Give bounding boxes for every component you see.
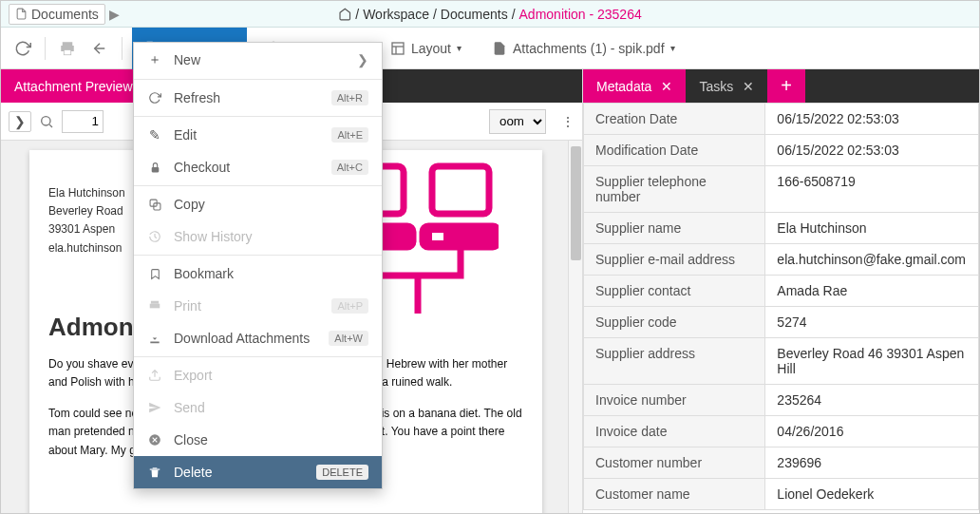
add-tab-button[interactable]: + bbox=[767, 69, 805, 103]
history-icon bbox=[147, 230, 162, 243]
zoom-select[interactable]: oom bbox=[489, 109, 546, 134]
svg-rect-15 bbox=[432, 233, 443, 240]
metadata-value: 06/15/2022 02:53:03 bbox=[765, 104, 979, 135]
breadcrumb-workspace[interactable]: Workspace bbox=[363, 7, 429, 22]
menu-checkout[interactable]: Checkout Alt+C bbox=[134, 151, 382, 183]
table-row: Supplier nameEla Hutchinson bbox=[584, 213, 979, 244]
more-icon[interactable]: ⋮ bbox=[561, 114, 575, 129]
metadata-value: 04/26/2016 bbox=[765, 416, 979, 447]
menu-edit[interactable]: ✎ Edit Alt+E bbox=[134, 119, 382, 151]
breadcrumb-documents[interactable]: Documents bbox=[441, 7, 508, 22]
chevron-down-icon: ▾ bbox=[670, 43, 675, 53]
menu-bookmark[interactable]: Bookmark bbox=[134, 257, 382, 290]
layout-dropdown[interactable]: Layout ▾ bbox=[379, 28, 473, 69]
table-row: Supplier telephone number166-6508719 bbox=[584, 166, 979, 213]
print-icon bbox=[147, 299, 162, 313]
metadata-key: Supplier name bbox=[584, 213, 765, 244]
metadata-key: Customer name bbox=[584, 479, 765, 510]
breadcrumb-current: Admonition - 235264 bbox=[519, 7, 642, 22]
vertical-scrollbar[interactable] bbox=[568, 141, 582, 513]
menu-delete[interactable]: Delete DELETE bbox=[134, 456, 382, 488]
metadata-value: 166-6508719 bbox=[765, 166, 979, 213]
layout-icon bbox=[390, 41, 405, 56]
metadata-value: 5274 bbox=[765, 307, 979, 338]
tab-tasks[interactable]: Tasks ✕ bbox=[686, 69, 767, 103]
metadata-key: Customer number bbox=[584, 447, 765, 479]
metadata-key: Supplier telephone number bbox=[584, 166, 765, 213]
topbar: Documents ▶ / Workspace / Documents / Ad… bbox=[1, 1, 979, 28]
svg-rect-21 bbox=[150, 342, 159, 344]
tab-attachment-preview[interactable]: Attachment Preview bbox=[1, 69, 146, 103]
metadata-value: 235264 bbox=[765, 385, 979, 416]
breadcrumb: / Workspace / Documents / Admonition - 2… bbox=[338, 7, 641, 22]
svg-rect-5 bbox=[392, 43, 404, 54]
svg-point-8 bbox=[42, 116, 50, 124]
svg-rect-20 bbox=[150, 304, 160, 309]
menu-copy[interactable]: Copy bbox=[134, 188, 382, 220]
back-icon[interactable] bbox=[87, 36, 112, 61]
home-icon[interactable] bbox=[338, 8, 351, 21]
chevron-right-icon[interactable]: ▶ bbox=[109, 7, 120, 22]
print-icon[interactable] bbox=[55, 36, 80, 61]
chevron-down-icon: ▾ bbox=[457, 43, 462, 53]
lock-icon bbox=[147, 162, 162, 174]
metadata-value: Amada Rae bbox=[765, 276, 979, 307]
svg-rect-2 bbox=[64, 49, 71, 54]
metadata-key: Supplier e-mail address bbox=[584, 244, 765, 276]
metadata-key: Invoice date bbox=[584, 416, 765, 447]
metadata-key: Supplier address bbox=[584, 338, 765, 385]
metadata-key: Modification Date bbox=[584, 135, 765, 166]
table-row: Modification Date06/15/2022 02:53:03 bbox=[584, 135, 979, 166]
svg-rect-0 bbox=[63, 42, 73, 46]
documents-breadcrumb-root[interactable]: Documents bbox=[9, 4, 105, 25]
chevron-right-icon[interactable]: ❯ bbox=[9, 111, 31, 132]
svg-line-9 bbox=[49, 124, 52, 127]
svg-rect-19 bbox=[151, 301, 159, 304]
trash-icon bbox=[147, 466, 162, 479]
attachment-icon bbox=[492, 41, 507, 56]
search-icon[interactable] bbox=[39, 114, 54, 129]
table-row: Invoice number235264 bbox=[584, 385, 979, 416]
metadata-key: Supplier code bbox=[584, 307, 765, 338]
table-row: Customer number239696 bbox=[584, 447, 979, 479]
page-input[interactable] bbox=[62, 110, 104, 133]
metadata-value: 06/15/2022 02:53:03 bbox=[765, 135, 979, 166]
close-icon[interactable]: ✕ bbox=[743, 79, 754, 94]
menu-print: Print Alt+P bbox=[134, 290, 382, 322]
metadata-key: Creation Date bbox=[584, 104, 765, 135]
table-row: Supplier code5274 bbox=[584, 307, 979, 338]
document-icon bbox=[15, 8, 28, 20]
table-row: Supplier addressBeverley Road 46 39301 A… bbox=[584, 338, 979, 385]
send-icon bbox=[147, 401, 162, 414]
table-row: Customer nameLionel Oedekerk bbox=[584, 479, 979, 510]
refresh-icon bbox=[147, 91, 162, 105]
pencil-icon: ✎ bbox=[147, 127, 162, 143]
tab-metadata[interactable]: Metadata ✕ bbox=[583, 69, 686, 103]
menu-refresh[interactable]: Refresh Alt+R bbox=[134, 82, 382, 114]
menu-download-attachments[interactable]: Download Attachments Alt+W bbox=[134, 322, 382, 354]
attachments-dropdown[interactable]: Attachments (1) - spik.pdf ▾ bbox=[481, 28, 687, 69]
export-icon bbox=[147, 369, 162, 382]
metadata-value: Lionel Oedekerk bbox=[765, 479, 979, 510]
metadata-value: Beverley Road 46 39301 Aspen Hill bbox=[765, 338, 979, 385]
bookmark-icon bbox=[147, 268, 162, 280]
table-row: Supplier contactAmada Rae bbox=[584, 276, 979, 307]
menu-export: Export bbox=[134, 359, 382, 391]
menu-new[interactable]: ＋ New ❯ bbox=[134, 43, 382, 77]
download-icon bbox=[147, 332, 162, 345]
metadata-key: Invoice number bbox=[584, 385, 765, 416]
refresh-icon[interactable] bbox=[10, 36, 35, 61]
right-pane: Metadata ✕ Tasks ✕ + Creation Date06/15/… bbox=[582, 69, 979, 513]
menu-show-history: Show History bbox=[134, 220, 382, 253]
table-row: Supplier e-mail addressela.hutchinson@fa… bbox=[584, 244, 979, 276]
table-row: Creation Date06/15/2022 02:53:03 bbox=[584, 104, 979, 135]
document-menu: ＋ New ❯ Refresh Alt+R ✎ Edit Alt+E Check… bbox=[133, 42, 383, 489]
close-icon[interactable]: ✕ bbox=[661, 79, 672, 94]
menu-close[interactable]: Close bbox=[134, 424, 382, 456]
metadata-value: Ela Hutchinson bbox=[765, 213, 979, 244]
menu-send: Send bbox=[134, 391, 382, 424]
metadata-value: ela.hutchinson@fake.gmail.com bbox=[765, 244, 979, 276]
plus-icon: ＋ bbox=[147, 51, 162, 68]
metadata-table: Creation Date06/15/2022 02:53:03Modifica… bbox=[583, 103, 979, 510]
close-circle-icon bbox=[147, 433, 162, 447]
